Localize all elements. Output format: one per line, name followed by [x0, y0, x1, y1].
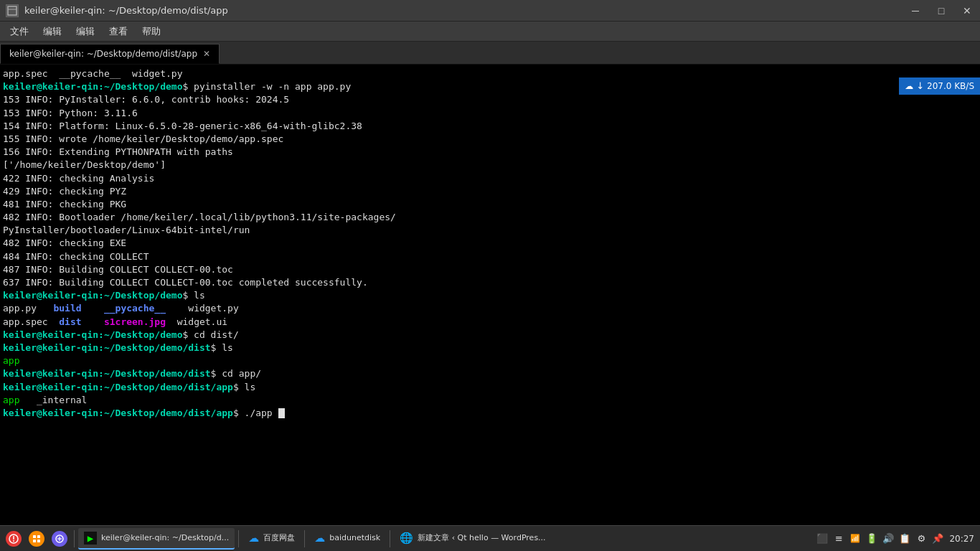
tray-icons: ⬛ ≡ 📶 🔋 🔊 📋 ⚙ 📌 [815, 532, 945, 546]
terminal-line: keiler@keiler-qin:~/Desktop/demo$ pyinst… [3, 80, 977, 93]
svg-rect-6 [37, 535, 40, 538]
terminal-line: 153 INFO: PyInstaller: 6.6.0, contrib ho… [3, 93, 977, 106]
terminal-prompt-line: keiler@keiler-qin:~/Desktop/demo/dist/ap… [3, 407, 977, 420]
system-clock: 20:27 [949, 534, 974, 544]
terminal-line: 484 INFO: checking COLLECT [3, 250, 977, 263]
taskbar-app-browser[interactable]: 🌐 新建文章 ‹ Qt hello — WordPres... [394, 528, 551, 550]
terminal-line: keiler@keiler-qin:~/Desktop/demo$ cd dis… [3, 329, 977, 342]
taskbar-left: ▶ keiler@keiler-qin: ~/Desktop/d... ☁ 百度… [0, 528, 555, 550]
terminal-line: 153 INFO: Python: 3.11.6 [3, 107, 977, 120]
taskbar-separator-4 [390, 530, 390, 547]
terminal-line: PyInstaller/bootloader/Linux-64bit-intel… [3, 224, 977, 237]
tray-icon-battery[interactable]: 🔋 [864, 532, 879, 546]
tray-icon-5[interactable]: 📋 [897, 532, 912, 546]
terminal-line: keiler@keiler-qin:~/Desktop/demo/dist/ap… [3, 381, 977, 394]
browser-icon: 🌐 [400, 532, 413, 545]
download-speed: 207.0 KB/S [927, 80, 974, 93]
taskbar-app-terminal[interactable]: ▶ keiler@keiler-qin: ~/Desktop/d... [78, 528, 235, 550]
terminal-line: ['/home/keiler/Desktop/demo'] [3, 159, 977, 171]
terminal-cursor [278, 408, 285, 418]
taskbar-separator-1 [74, 530, 75, 547]
menu-file[interactable]: 文件 [3, 24, 36, 39]
terminal-line: app.py build __pycache__ widget.py [3, 302, 977, 315]
window-title: keiler@keiler-qin: ~/Desktop/demo/dist/a… [24, 5, 228, 16]
window-icon [6, 4, 19, 17]
svg-rect-5 [33, 535, 36, 538]
baidu2-icon: ☁ [314, 532, 325, 545]
terminal-line: 481 INFO: checking PKG [3, 198, 977, 211]
tab-bar: keiler@keiler-qin: ~/Desktop/demo/dist/a… [0, 42, 980, 65]
baidu1-icon: ☁ [248, 532, 259, 545]
taskbar-separator-3 [304, 530, 305, 547]
minimize-button[interactable]: ─ [903, 0, 928, 22]
menu-edit2[interactable]: 编辑 [69, 24, 102, 39]
taskbar-separator-2 [238, 530, 239, 547]
menu-view[interactable]: 查看 [102, 24, 135, 39]
terminal-tab[interactable]: keiler@keiler-qin: ~/Desktop/demo/dist/a… [0, 44, 220, 64]
tray-icon-network[interactable]: 📶 [848, 532, 862, 546]
terminal-line: 155 INFO: wrote /home/keiler/Desktop/dem… [3, 133, 977, 146]
terminal-line: keiler@keiler-qin:~/Desktop/demo$ ls [3, 289, 977, 302]
svg-rect-0 [8, 6, 17, 15]
window-controls: ─ □ ✕ [903, 0, 980, 22]
terminal-line: 482 INFO: Bootloader /home/keiler/.local… [3, 211, 977, 224]
tab-label: keiler@keiler-qin: ~/Desktop/demo/dist/a… [9, 49, 197, 59]
title-bar: keiler@keiler-qin: ~/Desktop/demo/dist/a… [0, 0, 980, 22]
title-bar-left: keiler@keiler-qin: ~/Desktop/demo/dist/a… [6, 4, 228, 17]
terminal-taskbar-label: keiler@keiler-qin: ~/Desktop/d... [101, 533, 229, 542]
tab-close-button[interactable]: ✕ [203, 49, 210, 59]
terminal-area[interactable]: ☁ ↓ 207.0 KB/S app.spec __pycache__ widg… [0, 65, 980, 525]
terminal-line: 637 INFO: Building COLLECT COLLECT-00.to… [3, 276, 977, 289]
terminal-line: 482 INFO: checking EXE [3, 237, 977, 250]
tray-icon-7[interactable]: 📌 [930, 532, 945, 546]
terminal-taskbar-icon: ▶ [84, 532, 97, 545]
terminal-line: app _internal [3, 394, 977, 407]
terminal-line: app [3, 354, 977, 367]
svg-point-4 [13, 540, 14, 542]
taskbar-system-icon-2[interactable] [26, 528, 47, 550]
svg-rect-7 [33, 540, 36, 542]
menu-help[interactable]: 帮助 [135, 24, 168, 39]
tray-icon-1[interactable]: ⬛ [815, 532, 829, 546]
terminal-line: 429 INFO: checking PYZ [3, 185, 977, 198]
tray-icon-2[interactable]: ≡ [831, 532, 846, 546]
terminal-line: 422 INFO: checking Analysis [3, 172, 977, 185]
taskbar: ▶ keiler@keiler-qin: ~/Desktop/d... ☁ 百度… [0, 525, 980, 551]
svg-rect-8 [37, 540, 40, 542]
taskbar-system-icon-1[interactable] [3, 528, 24, 550]
taskbar-app-baidu1[interactable]: ☁ 百度网盘 [242, 528, 301, 550]
maximize-button[interactable]: □ [928, 0, 954, 22]
terminal-line: 156 INFO: Extending PYTHONPATH with path… [3, 146, 977, 159]
terminal-line: keiler@keiler-qin:~/Desktop/demo/dist$ l… [3, 342, 977, 354]
tray-icon-6[interactable]: ⚙ [914, 532, 928, 546]
close-button[interactable]: ✕ [954, 0, 980, 22]
menu-bar: 文件 编辑 编辑 查看 帮助 [0, 22, 980, 42]
terminal-line: keiler@keiler-qin:~/Desktop/demo/dist$ c… [3, 367, 977, 380]
baidu2-label: baidunetdisk [329, 533, 380, 542]
download-arrow-icon: ↓ [916, 80, 924, 93]
terminal-line: 154 INFO: Platform: Linux-6.5.0-28-gener… [3, 120, 977, 133]
taskbar-app-baidu2[interactable]: ☁ baidunetdisk [308, 528, 386, 550]
baidu1-label: 百度网盘 [263, 532, 295, 543]
browser-label: 新建文章 ‹ Qt hello — WordPres... [418, 532, 545, 543]
download-widget: ☁ ↓ 207.0 KB/S [899, 77, 980, 95]
tray-icon-volume[interactable]: 🔊 [881, 532, 895, 546]
taskbar-right: ⬛ ≡ 📶 🔋 🔊 📋 ⚙ 📌 20:27 [809, 532, 980, 546]
terminal-line: 487 INFO: Building COLLECT COLLECT-00.to… [3, 263, 977, 276]
cloud-icon: ☁ [905, 80, 913, 93]
terminal-line: app.spec dist s1creen.jpg widget.ui [3, 316, 977, 329]
terminal-line: app.spec __pycache__ widget.py [3, 67, 977, 80]
menu-edit[interactable]: 编辑 [36, 24, 69, 39]
taskbar-system-icon-3[interactable] [49, 528, 70, 550]
